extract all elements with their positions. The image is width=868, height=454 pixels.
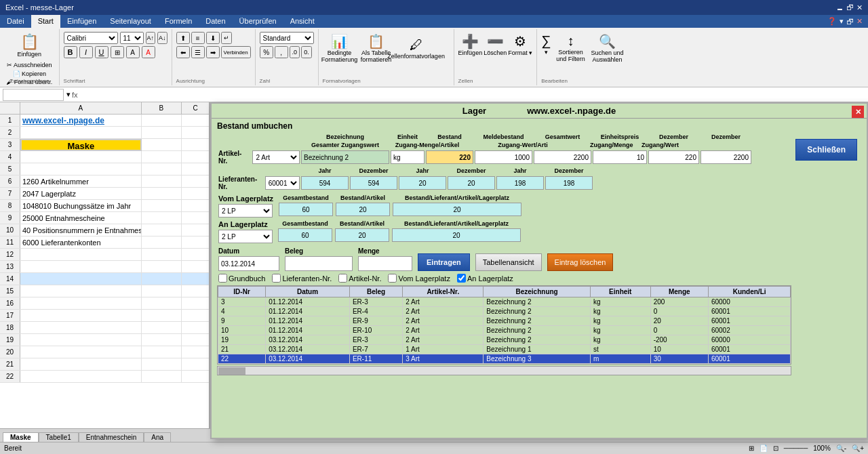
sheet-tab-ana[interactable]: Ana [144,432,171,442]
sheet-tab-maske[interactable]: Maske [3,432,39,442]
font-family-select[interactable]: Calibri [64,32,118,44]
cell-a[interactable] [20,310,142,321]
btn-einfuegen[interactable]: 📋Einfügen [15,32,45,59]
tab-einfuegen[interactable]: Einfügen [60,15,103,28]
sheet-tab-tabelle1[interactable]: Tabelle1 [39,432,79,442]
table-row[interactable]: 901.12.2014ER-92 ArtBezeichnung 2kg20600… [218,316,791,326]
cell-c[interactable] [182,188,209,199]
eintrag-loeschen-button[interactable]: Eintrag löschen [547,253,614,271]
tab-start[interactable]: Start [31,15,60,28]
window-close-icon[interactable]: ✕ [856,17,863,26]
cell-a[interactable] [20,334,142,346]
eintragen-button[interactable]: Eintragen [418,253,470,271]
tab-seitenlayout[interactable]: Seitenlayout [103,15,158,28]
cell-c[interactable] [182,115,209,126]
cell-c[interactable] [182,261,209,272]
minimize-icon[interactable]: 🗕 [836,3,844,12]
cell-c[interactable] [182,310,209,321]
btn-bedingte-formatierung[interactable]: 📊Bedingte Formatierung [323,33,357,63]
artikel-select[interactable]: 2 Art [252,150,300,164]
cell-a[interactable] [20,261,142,272]
beleg-input[interactable] [285,256,353,271]
cell-c[interactable] [182,297,209,309]
cell-c[interactable] [182,151,209,163]
tab-datei[interactable]: Datei [0,15,31,28]
help-icon[interactable]: ❓ [827,17,837,26]
tab-formeln[interactable]: Formeln [158,15,199,28]
horizontal-scrollbar[interactable] [217,366,791,375]
cb-grundbuch-label[interactable]: Grundbuch [218,274,265,283]
btn-align-top[interactable]: ⬆ [176,32,190,44]
cb-an-lager[interactable] [457,274,466,283]
btn-summe[interactable]: ∑▾ [541,33,551,63]
cell-a[interactable] [20,371,142,382]
cell-b[interactable] [142,127,182,138]
cell-c[interactable] [182,200,209,211]
cell-b[interactable] [142,285,182,297]
cell-c[interactable] [182,176,209,187]
cell-a[interactable] [20,297,142,309]
lieferant-select[interactable]: 60001 [265,176,300,190]
btn-align-center[interactable]: ☰ [191,46,205,58]
cell-a[interactable] [20,273,142,285]
vom-lager-select[interactable]: 2 LP [218,204,273,218]
cell-a[interactable] [20,127,142,138]
tab-ueberpruefen[interactable]: Überprüfen [233,15,283,28]
btn-border[interactable]: ⊞ [111,46,124,58]
cell-c[interactable] [182,285,209,297]
cell-c[interactable] [182,334,209,346]
cell-b[interactable] [142,200,182,211]
btn-suchen[interactable]: 🔍Suchen und Auswählen [590,33,624,63]
cell-a[interactable]: 25000 Entnahmescheine [20,212,142,224]
table-row[interactable]: 2203.12.2014ER-113 ArtBezeichnung 3m3060… [218,354,791,364]
btn-wrap[interactable]: ↵ [221,32,232,44]
btn-format-zellen[interactable]: ⚙Format ▾ [508,33,532,56]
minimize-ribbon-icon[interactable]: ▾ [840,17,844,26]
close-dialog-button[interactable]: ✕ [852,106,864,118]
cb-artikel[interactable] [338,274,347,283]
cell-a[interactable] [20,285,142,297]
cell-a[interactable] [20,358,142,370]
cell-c[interactable] [182,371,209,382]
cell-b[interactable] [142,334,182,346]
cell-a[interactable]: 1260 Artikelnummer [20,176,142,187]
table-row[interactable]: 1001.12.2014ER-102 ArtBezeichnung 2kg060… [218,326,791,335]
expand-btn[interactable]: ▾ [66,90,71,99]
cell-a[interactable]: www.excel-.npage.de [20,115,142,126]
cell-b[interactable] [142,139,182,150]
btn-font-color[interactable]: A [142,46,155,58]
cell-a[interactable]: 1048010 Buchungssätze im Jahr [20,200,142,211]
tab-daten[interactable]: Daten [199,15,232,28]
cell-b[interactable] [142,322,182,333]
cell-b[interactable] [142,273,182,285]
btn-sortieren[interactable]: ↕Sortieren und Filtern [553,33,587,63]
view-break-icon[interactable]: ⊡ [773,445,778,452]
btn-align-mid[interactable]: ≡ [191,32,205,44]
table-row[interactable]: 1903.12.2014ER-32 ArtBezeichnung 2kg-200… [218,335,791,345]
cell-b[interactable] [142,346,182,358]
btn-italic[interactable]: I [79,46,93,58]
font-size-select[interactable]: 11 [120,32,144,44]
table-row[interactable]: 301.12.2014ER-32 ArtBezeichnung 2kg20060… [218,297,791,307]
cb-vom-lager[interactable] [388,274,397,283]
cell-b[interactable] [142,163,182,175]
sheet-tab-entnahmeschein[interactable]: Entnahmeschein [79,432,144,442]
formula-input[interactable] [81,90,865,100]
view-page-icon[interactable]: 📄 [760,445,768,452]
cell-b[interactable] [142,176,182,187]
cell-a[interactable]: 6000 Lieferantenkonten [20,236,142,248]
btn-loeschen-zellen[interactable]: ➖Löschen [484,33,507,56]
zoom-in-icon[interactable]: 🔍+ [852,445,864,452]
btn-bold[interactable]: B [64,46,77,58]
cell-c[interactable] [182,249,209,260]
bezeichnung-input[interactable] [301,150,389,164]
btn-decimal-inc[interactable]: .0 [290,46,300,58]
btn-underline[interactable]: U [95,46,108,58]
cell-c[interactable] [182,139,209,150]
cell-c[interactable] [182,224,209,236]
cell-c[interactable] [182,273,209,285]
cell-b[interactable] [142,188,182,199]
btn-align-bot[interactable]: ⬇ [206,32,220,44]
cb-grundbuch[interactable] [218,274,227,283]
btn-font-shrink[interactable]: A↓ [157,32,167,44]
